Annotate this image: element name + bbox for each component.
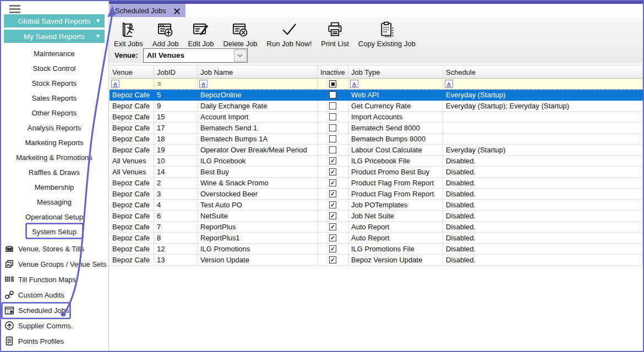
table-row[interactable]: Bepoz Cafe6NetSuite✓Job Net SuiteDisable…: [110, 211, 643, 222]
sidebar-item-stock-reports[interactable]: Stock Reports: [0, 76, 108, 91]
sidebar-item-sales-reports[interactable]: Sales Reports: [0, 91, 108, 106]
close-icon[interactable]: [174, 8, 180, 14]
sidebar-section-global-saved-reports[interactable]: Global Saved Reports ▾: [4, 14, 105, 28]
table-row[interactable]: All Venues10ILG Pricebook✓ILG Pricebook …: [110, 156, 643, 167]
inactive-checkbox[interactable]: ✓: [329, 256, 336, 263]
custom-audits-icon: [4, 290, 14, 300]
cell-venue: Bepoz Cafe: [110, 211, 154, 222]
print-list-button[interactable]: Print List: [320, 19, 350, 48]
text-filter-icon[interactable]: A: [199, 80, 208, 88]
hamburger-menu-icon[interactable]: [9, 5, 20, 13]
sidebar-item-membership[interactable]: Membership: [0, 180, 108, 195]
top-accent-bar: [108, 0, 644, 4]
cell-job-name: NetSuite: [198, 211, 318, 222]
inactive-checkbox[interactable]: ✓: [329, 157, 336, 164]
filter-cell-inactive[interactable]: [318, 79, 348, 90]
inactive-checkbox[interactable]: [329, 146, 336, 153]
sidebar-item-points-profiles[interactable]: Points Profiles: [4, 336, 108, 346]
cell-inactive: [318, 112, 348, 123]
filter-cell-jobid[interactable]: =: [154, 79, 198, 90]
table-row[interactable]: Bepoz Cafe13Version Update✓Bepoz Version…: [110, 255, 643, 266]
venue-select[interactable]: All Venues: [143, 48, 248, 63]
column-header-job-name[interactable]: Job Name: [198, 65, 318, 79]
column-header-venue[interactable]: Venue: [110, 65, 154, 79]
sidebar-item-stock-control[interactable]: Stock Control: [0, 61, 108, 76]
sidebar-section-my-saved-reports[interactable]: My Saved Reports ▾: [4, 30, 105, 43]
sidebar-item-raffles-draws[interactable]: Raffles & Draws: [0, 165, 108, 180]
inactive-checkbox[interactable]: ✓: [329, 168, 336, 175]
delete-job-button[interactable]: Delete Job: [222, 19, 258, 48]
run-job-now-button[interactable]: Run Job Now!: [266, 19, 313, 48]
checkbox-indeterminate-icon[interactable]: [329, 80, 336, 87]
chevron-down-icon[interactable]: [234, 50, 247, 62]
table-row[interactable]: Bepoz Cafe7ReportPlus✓Auto ReportDisable…: [110, 222, 643, 233]
sidebar-item-maintenance[interactable]: Maintenance: [0, 46, 108, 61]
text-filter-icon[interactable]: A: [111, 80, 119, 88]
inactive-checkbox[interactable]: [329, 102, 336, 109]
table-row[interactable]: Bepoz Cafe9Daily Exchange RateGet Curren…: [110, 101, 643, 112]
cell-inactive: [318, 134, 348, 145]
table-row[interactable]: Bepoz Cafe2Wine & Snack Promo✓Product Fl…: [110, 178, 643, 189]
table-row[interactable]: Bepoz Cafe15Account ImportImport Account…: [110, 112, 643, 123]
edit-job-button[interactable]: Edit Job: [187, 19, 215, 48]
exit-jobs-button[interactable]: Exit Jobs: [113, 19, 144, 48]
cell-jobid: 4: [154, 200, 198, 211]
table-row[interactable]: Bepoz Cafe5BepozOnlineWeb APIEveryday (S…: [110, 90, 643, 101]
text-filter-icon[interactable]: A: [350, 80, 358, 88]
table-row[interactable]: Bepoz Cafe8ReportPlus1✓Auto ReportDisabl…: [110, 233, 643, 244]
filter-cell-job-name[interactable]: A: [198, 79, 318, 90]
filter-cell-job-type[interactable]: A: [348, 79, 443, 90]
column-header-jobid[interactable]: JobID: [154, 65, 198, 79]
table-row[interactable]: Bepoz Cafe4Test Auto PO✓Job POTemplatesD…: [110, 200, 643, 211]
column-header-inactive[interactable]: Inactive: [318, 65, 348, 79]
sidebar-item-venue-groups-venue-sets[interactable]: Venue Groups / Venue Sets: [4, 258, 108, 270]
inactive-checkbox[interactable]: [329, 135, 336, 142]
inactive-checkbox[interactable]: ✓: [329, 201, 336, 208]
table-row[interactable]: Bepoz Cafe3Overstocked Beer✓Product Flag…: [110, 189, 643, 200]
table-row[interactable]: Bepoz Cafe17Bematech Send 1Bematech Send…: [110, 123, 643, 134]
table-row[interactable]: Bepoz Cafe18Bematech Bumps 1ABematech Bu…: [110, 134, 643, 145]
table-row[interactable]: Bepoz Cafe19Operator Over Break/Meal Per…: [110, 145, 643, 156]
sidebar-item-custom-audits[interactable]: Custom Audits: [4, 289, 108, 300]
column-header-schedule[interactable]: Schedule: [443, 65, 643, 79]
cell-job-type: ILG Pricebook File: [348, 156, 443, 167]
inactive-checkbox[interactable]: [329, 124, 336, 131]
sidebar-item-marketing-reports[interactable]: Marketing Reports: [0, 135, 108, 150]
equals-filter-icon[interactable]: =: [157, 80, 161, 88]
cell-venue: Bepoz Cafe: [110, 244, 154, 255]
text-filter-icon[interactable]: A: [445, 80, 453, 88]
sidebar-item-till-function-maps[interactable]: Till Function Maps: [4, 274, 108, 285]
sidebar-item-scheduled-jobs[interactable]: Scheduled Jobs: [4, 305, 108, 316]
cell-job-name: Test Auto PO: [198, 200, 318, 211]
table-row[interactable]: Bepoz Cafe12ILG Promotions✓ILG Promotion…: [110, 244, 643, 255]
sidebar-item-venue-stores-tills[interactable]: Venue, Stores & Tills: [4, 243, 108, 254]
inactive-checkbox[interactable]: [329, 91, 336, 98]
cell-job-name: Bematech Send 1: [198, 123, 318, 134]
venue-select-value: All Venues: [144, 51, 234, 59]
filter-cell-schedule[interactable]: A: [443, 79, 643, 90]
add-job-button[interactable]: Add Job: [151, 19, 180, 48]
table-row[interactable]: All Venues14Best Buy✓Product Promo Best …: [110, 167, 643, 178]
inactive-checkbox[interactable]: [329, 113, 336, 120]
tab-scheduled-jobs[interactable]: Scheduled Jobs: [110, 4, 185, 17]
sidebar-item-other-reports[interactable]: Other Reports: [0, 106, 108, 120]
inactive-checkbox[interactable]: ✓: [329, 190, 336, 197]
sidebar-item-marketing-promotions[interactable]: Marketing & Promotions: [0, 150, 108, 165]
run-job-now-icon: [280, 20, 298, 38]
inactive-checkbox[interactable]: ✓: [329, 223, 336, 230]
sidebar-item-supplier-comms[interactable]: Supplier Comms.: [4, 320, 108, 331]
copy-existing-job-button[interactable]: Copy Existing Job: [357, 19, 417, 48]
column-header-job-type[interactable]: Job Type: [348, 65, 443, 79]
filter-cell-venue[interactable]: A: [110, 79, 154, 90]
sidebar-item-system-setup[interactable]: System Setup: [0, 224, 108, 239]
cell-venue: Bepoz Cafe: [110, 200, 154, 211]
inactive-checkbox[interactable]: ✓: [329, 234, 336, 241]
sidebar-item-analysis-reports[interactable]: Analysis Reports: [0, 120, 108, 135]
cell-venue: Bepoz Cafe: [110, 189, 154, 200]
inactive-checkbox[interactable]: ✓: [329, 245, 336, 252]
inactive-checkbox[interactable]: ✓: [329, 179, 336, 186]
sidebar-item-messaging[interactable]: Messaging: [0, 195, 108, 210]
sidebar-item-label: Venue, Stores & Tills: [18, 245, 84, 253]
sidebar-item-operational-setup[interactable]: Operational Setup: [0, 210, 108, 224]
inactive-checkbox[interactable]: ✓: [329, 212, 336, 219]
